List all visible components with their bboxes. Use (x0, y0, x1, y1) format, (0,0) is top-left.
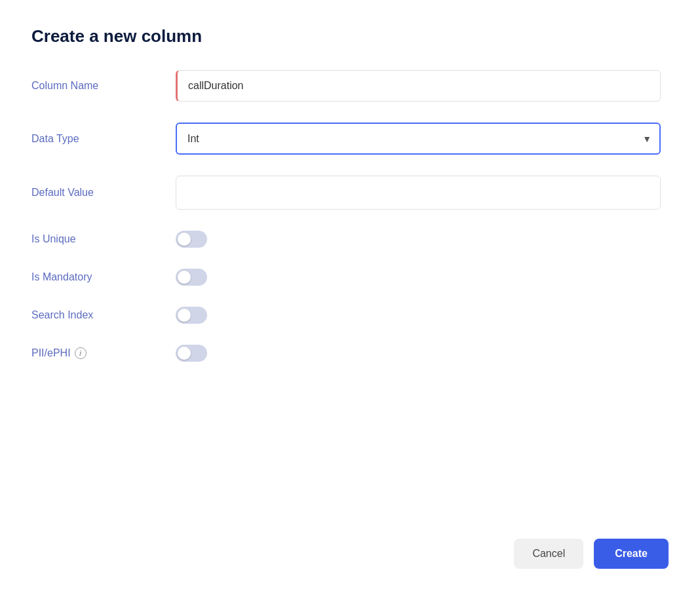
data-type-row: Data Type Int String Boolean Float Date … (31, 123, 669, 155)
column-name-input[interactable] (176, 70, 661, 102)
dialog-footer: Cancel Create (31, 526, 669, 569)
is-mandatory-row: Is Mandatory (31, 269, 669, 286)
is-unique-slider (176, 231, 207, 248)
create-button[interactable]: Create (594, 539, 669, 569)
is-unique-toggle[interactable] (176, 231, 207, 248)
data-type-select[interactable]: Int String Boolean Float Date DateTime (176, 123, 661, 155)
pii-ephi-label: PII/ePHI i (31, 347, 176, 359)
is-mandatory-toggle[interactable] (176, 269, 207, 286)
default-value-input[interactable] (176, 176, 661, 210)
pii-ephi-row: PII/ePHI i (31, 345, 669, 362)
column-name-label: Column Name (31, 80, 176, 92)
is-mandatory-slider (176, 269, 207, 286)
is-unique-row: Is Unique (31, 231, 669, 248)
default-value-control (176, 176, 661, 210)
info-icon[interactable]: i (75, 347, 87, 359)
default-value-label: Default Value (31, 187, 176, 199)
data-type-select-wrapper: Int String Boolean Float Date DateTime ▼ (176, 123, 661, 155)
pii-ephi-slider (176, 345, 207, 362)
data-type-label: Data Type (31, 133, 176, 145)
create-column-dialog: Create a new column Column Name Data Typ… (0, 0, 700, 595)
search-index-toggle[interactable] (176, 307, 207, 324)
is-mandatory-label: Is Mandatory (31, 271, 176, 283)
column-name-control (176, 70, 661, 102)
column-name-row: Column Name (31, 70, 669, 102)
cancel-button[interactable]: Cancel (514, 539, 583, 569)
search-index-label: Search Index (31, 309, 176, 321)
dialog-title: Create a new column (31, 26, 669, 47)
data-type-control: Int String Boolean Float Date DateTime ▼ (176, 123, 661, 155)
search-index-slider (176, 307, 207, 324)
default-value-row: Default Value (31, 176, 669, 210)
pii-ephi-toggle[interactable] (176, 345, 207, 362)
search-index-row: Search Index (31, 307, 669, 324)
is-unique-label: Is Unique (31, 233, 176, 245)
